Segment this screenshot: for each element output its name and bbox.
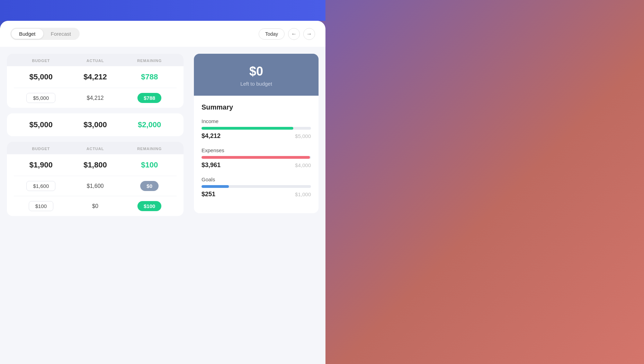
income-progress-fill	[202, 127, 293, 130]
section1-sub-row: $5,000 $4,212 $788	[7, 88, 184, 108]
section2-sub1-budget-box: $1,600	[14, 181, 68, 191]
section1-total-remaining: $788	[122, 72, 177, 81]
goals-budget: $1,000	[295, 191, 311, 197]
col-header-actual-2: ACTUAL	[68, 147, 123, 151]
top-bar	[0, 0, 325, 21]
section2-total-actual: $1,800	[68, 161, 123, 170]
expenses-budget: $4,000	[295, 162, 311, 168]
section2-sub2-budget: $100	[29, 201, 53, 211]
summary-header-card: $0 Left to budget	[194, 54, 319, 96]
col-header-budget-2: BUDGET	[14, 147, 68, 151]
section1-total-row: $5,000 $4,212 $788	[7, 66, 184, 88]
section2-card: BUDGET ACTUAL REMAINING $1,900 $1,800 $1…	[7, 142, 184, 216]
section2-total-row: $1,900 $1,800 $100	[7, 154, 184, 176]
tab-group: Budget Forecast	[10, 28, 80, 40]
section2-sub2-budget-box: $100	[14, 201, 68, 211]
summary-goals-section: Goals $251 $1,000	[202, 176, 311, 198]
summary-income-section: Income $4,212 $5,000	[202, 118, 311, 140]
single-row-card: $5,000 $3,000 $2,000	[7, 113, 184, 136]
col-header-budget-1: BUDGET	[14, 59, 68, 63]
section1-sub-actual: $4,212	[68, 95, 123, 101]
summary-body-card: Summary Income $4,212 $5,000	[194, 96, 319, 213]
summary-expenses-section: Expenses $3,961 $4,000	[202, 147, 311, 169]
col-header-actual-1: ACTUAL	[68, 59, 123, 63]
section1-sub-budget-box: $5,000	[14, 93, 68, 103]
expenses-values-row: $3,961 $4,000	[202, 162, 311, 169]
income-progress-bg	[202, 127, 311, 130]
section2-total-budget: $1,900	[14, 161, 68, 170]
left-panel: BUDGET ACTUAL REMAINING $5,000 $4,212 $7…	[0, 47, 190, 223]
goals-values-row: $251 $1,000	[202, 191, 311, 198]
header-row: Budget Forecast Today ← →	[0, 21, 325, 47]
section2-sub2-remaining-pill: $100	[137, 201, 161, 211]
summary-goals-label: Goals	[202, 176, 311, 182]
section1-header: BUDGET ACTUAL REMAINING	[7, 54, 184, 66]
main-card: Budget Forecast Today ← → BUDGET ACTUAL …	[0, 21, 325, 364]
section2-sub1-budget: $1,600	[26, 181, 55, 191]
col-header-remaining-2: REMAINING	[122, 147, 177, 151]
prev-arrow-button[interactable]: ←	[288, 28, 300, 40]
tab-forecast[interactable]: Forecast	[43, 29, 79, 39]
section1-card: BUDGET ACTUAL REMAINING $5,000 $4,212 $7…	[7, 54, 184, 108]
summary-expenses-label: Expenses	[202, 147, 311, 153]
section2-sub-row1: $1,600 $1,600 $0	[7, 176, 184, 196]
app-container: Budget Forecast Today ← → BUDGET ACTUAL …	[0, 0, 325, 364]
section1-sub-budget: $5,000	[26, 93, 55, 103]
nav-group: Today ← →	[259, 28, 315, 40]
summary-amount: $0	[201, 64, 312, 79]
income-actual: $4,212	[202, 132, 221, 140]
section2-sub-row2: $100 $0 $100	[7, 196, 184, 216]
section1-total-budget: $5,000	[14, 72, 68, 81]
col-header-remaining-1: REMAINING	[122, 59, 177, 63]
goals-progress-fill	[202, 185, 229, 188]
income-values-row: $4,212 $5,000	[202, 132, 311, 140]
summary-income-label: Income	[202, 118, 311, 124]
income-budget: $5,000	[295, 133, 311, 139]
right-panel: $0 Left to budget Summary Income $4,212	[190, 47, 325, 223]
expenses-progress-bg	[202, 156, 311, 159]
single-budget: $5,000	[14, 120, 68, 129]
section2-sub2-remaining-badge: $100	[122, 201, 177, 211]
section2-header: BUDGET ACTUAL REMAINING	[7, 142, 184, 154]
section2-sub1-remaining-badge: $0	[122, 181, 177, 191]
summary-title: Summary	[202, 103, 311, 111]
content-area: BUDGET ACTUAL REMAINING $5,000 $4,212 $7…	[0, 47, 325, 223]
section1-sub-remaining-pill: $788	[137, 93, 161, 103]
section1-sub-remaining-badge: $788	[122, 93, 177, 103]
section1-total-actual: $4,212	[68, 72, 123, 81]
section2-total-remaining: $100	[122, 161, 177, 170]
single-actual: $3,000	[68, 120, 123, 129]
expenses-progress-fill	[202, 156, 310, 159]
tab-budget[interactable]: Budget	[11, 29, 43, 39]
section2-sub1-remaining-pill: $0	[140, 181, 159, 191]
single-remaining: $2,000	[122, 120, 177, 129]
section2-sub1-actual: $1,600	[68, 183, 123, 189]
expenses-actual: $3,961	[202, 162, 221, 169]
goals-actual: $251	[202, 191, 215, 198]
summary-label: Left to budget	[201, 81, 312, 87]
today-button[interactable]: Today	[259, 28, 285, 40]
next-arrow-button[interactable]: →	[303, 28, 315, 40]
goals-progress-bg	[202, 185, 311, 188]
section2-sub2-actual: $0	[68, 203, 123, 209]
